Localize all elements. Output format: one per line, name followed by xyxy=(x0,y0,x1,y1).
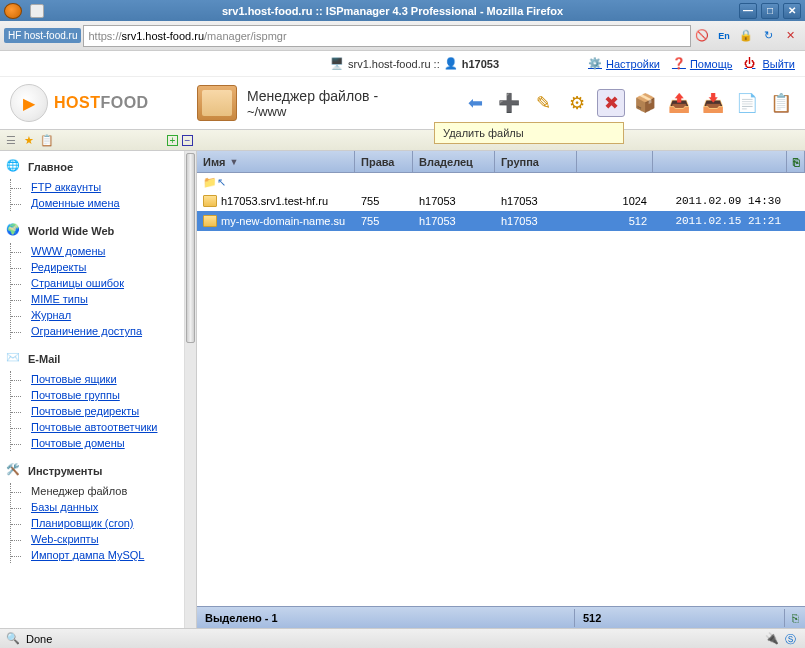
folder-icon xyxy=(203,195,217,207)
sidebar-head-email[interactable]: ✉️E-Mail xyxy=(0,347,184,371)
file-manager-header: Менеджер файлов - ~/www ⬅ ➕ ✎ ⚙ ✖ Удалит… xyxy=(197,85,805,121)
cell-group: h17053 xyxy=(495,213,577,229)
help-icon: ❓ xyxy=(672,57,686,71)
scrollbar-thumb[interactable] xyxy=(186,153,195,343)
column-export[interactable]: ⎘ xyxy=(787,151,805,172)
column-owner[interactable]: Владелец xyxy=(413,151,495,172)
window-close-button[interactable]: ✕ xyxy=(783,3,801,19)
sidebar-item-mysql-import[interactable]: Импорт дампа MySQL xyxy=(19,547,184,563)
cell-name: my-new-domain-name.su xyxy=(197,213,355,229)
sidebar-item-autoresponders[interactable]: Почтовые автоответчики xyxy=(19,419,184,435)
sidebar-item-mailredirects[interactable]: Почтовые редиректы xyxy=(19,403,184,419)
cell-permissions: 755 xyxy=(355,213,413,229)
gear-icon: ⚙️ xyxy=(588,57,602,71)
sidebar-group-email: ✉️E-Mail Почтовые ящики Почтовые группы … xyxy=(0,343,184,455)
cell-permissions: 755 xyxy=(355,193,413,209)
paste-button[interactable]: 📋 xyxy=(767,89,795,117)
sidebar-item-mime[interactable]: MIME типы xyxy=(19,291,184,307)
sidebar-item-access[interactable]: Ограничение доступа xyxy=(19,323,184,339)
window-minimize-button[interactable]: — xyxy=(739,3,757,19)
status-selected: Выделено - 1 xyxy=(197,609,575,627)
cell-edge xyxy=(787,199,805,203)
sidebar-scrollbar[interactable] xyxy=(185,151,197,628)
sidebar-item-cron[interactable]: Планировщик (cron) xyxy=(19,515,184,531)
window-maximize-button[interactable]: □ xyxy=(761,3,779,19)
sidebar-item-mailboxes[interactable]: Почтовые ящики xyxy=(19,371,184,387)
sidebar-head-www[interactable]: 🌍World Wide Web xyxy=(0,219,184,243)
lang-flag-icon[interactable]: En xyxy=(716,28,732,44)
exit-link[interactable]: ⏻Выйти xyxy=(744,57,795,71)
properties-button[interactable]: ⚙ xyxy=(563,89,591,117)
favorite-icon[interactable]: ★ xyxy=(22,133,36,147)
url-input[interactable]: https://srv1.host-food.ru/manager/ispmgr xyxy=(83,25,691,47)
cell-size: 1024 xyxy=(577,193,653,209)
cell-owner: h17053 xyxy=(413,193,495,209)
sidebar: 🌐Главное FTP аккаунты Доменные имена 🌍Wo… xyxy=(0,151,185,628)
sidebar-item-databases[interactable]: Базы данных xyxy=(19,499,184,515)
adblock-icon[interactable]: 🚫 xyxy=(694,28,710,44)
logo[interactable]: HOSTFOOD xyxy=(0,84,197,122)
expand-all-icon[interactable]: + xyxy=(167,135,178,146)
sidebar-group-tools: 🛠️Инструменты Менеджер файлов Базы данны… xyxy=(0,455,184,567)
delete-button[interactable]: ✖ Удалить файлы xyxy=(597,89,625,117)
sidebar-item-mailgroups[interactable]: Почтовые группы xyxy=(19,387,184,403)
back-button[interactable]: ⬅ xyxy=(461,89,489,117)
search-icon[interactable]: 🔍 xyxy=(6,632,20,646)
window-title: srv1.host-food.ru :: ISPmanager 4.3 Prof… xyxy=(48,5,737,17)
sidebar-item-redirects[interactable]: Редиректы xyxy=(19,259,184,275)
collapse-all-icon[interactable]: − xyxy=(182,135,193,146)
column-name[interactable]: Имя▼ xyxy=(197,151,355,172)
cell-edge xyxy=(787,219,805,223)
sidebar-item-filemanager[interactable]: Менеджер файлов xyxy=(19,483,184,499)
sidebar-head-main[interactable]: 🌐Главное xyxy=(0,155,184,179)
sidebar-group-main: 🌐Главное FTP аккаунты Доменные имена xyxy=(0,151,184,215)
sidebar-item-maildomains[interactable]: Почтовые домены xyxy=(19,435,184,451)
sidebar-item-domains[interactable]: Доменные имена xyxy=(19,195,184,211)
sub-toolbar: ☰ ★ 📋 + − xyxy=(0,129,805,151)
sidebar-item-error-pages[interactable]: Страницы ошибок xyxy=(19,275,184,291)
copy-button[interactable]: 📄 xyxy=(733,89,761,117)
upload-button[interactable]: 📤 xyxy=(665,89,693,117)
settings-link[interactable]: ⚙️Настройки xyxy=(588,57,660,71)
status-export-icon[interactable]: ⎘ xyxy=(785,612,805,624)
reload-button[interactable]: ↻ xyxy=(760,28,776,44)
extract-button[interactable]: 📦 xyxy=(631,89,659,117)
site-identity-badge[interactable]: HF host-food.ru xyxy=(4,28,81,43)
status-bar: Выделено - 1 512 ⎘ xyxy=(197,606,805,628)
stop-button[interactable]: ✕ xyxy=(782,28,798,44)
column-permissions[interactable]: Права xyxy=(355,151,413,172)
sidebar-item-ftp[interactable]: FTP аккаунты xyxy=(19,179,184,195)
column-size[interactable] xyxy=(577,151,653,172)
table-row[interactable]: my-new-domain-name.su755h17053h170535122… xyxy=(197,211,805,231)
file-list: Имя▼ Права Владелец Группа ⎘ 📁↖ h17053.s… xyxy=(197,151,805,628)
world-icon: 🌍 xyxy=(6,223,22,239)
script-blocker-icon[interactable]: Ⓢ xyxy=(785,632,799,646)
sidebar-item-www-domains[interactable]: WWW домены xyxy=(19,243,184,259)
sidebar-item-journal[interactable]: Журнал xyxy=(19,307,184,323)
download-button[interactable]: 📥 xyxy=(699,89,727,117)
power-icon: ⏻ xyxy=(744,57,758,71)
sidebar-group-www: 🌍World Wide Web WWW домены Редиректы Стр… xyxy=(0,215,184,343)
sidebar-item-webscripts[interactable]: Web-скрипты xyxy=(19,531,184,547)
up-directory-row[interactable]: 📁↖ xyxy=(197,173,805,191)
mail-icon: ✉️ xyxy=(6,351,22,367)
edit-button[interactable]: ✎ xyxy=(529,89,557,117)
help-link[interactable]: ❓Помощь xyxy=(672,57,733,71)
lock-icon: 🔒 xyxy=(738,28,754,44)
tree-view-icon[interactable]: ☰ xyxy=(4,133,18,147)
browser-status-bar: 🔍 Done 🔌▾ Ⓢ xyxy=(0,628,805,648)
sidebar-head-tools[interactable]: 🛠️Инструменты xyxy=(0,459,184,483)
table-row[interactable]: h17053.srv1.test-hf.ru755h17053h17053102… xyxy=(197,191,805,211)
plugin-icon[interactable]: 🔌▾ xyxy=(765,632,779,646)
cell-size: 512 xyxy=(577,213,653,229)
column-date[interactable] xyxy=(653,151,787,172)
new-button[interactable]: ➕ xyxy=(495,89,523,117)
browser-url-bar: HF host-food.ru https://srv1.host-food.r… xyxy=(0,21,805,51)
clipboard-icon[interactable]: 📋 xyxy=(40,133,54,147)
firefox-icon xyxy=(4,3,22,19)
tools-icon: 🛠️ xyxy=(6,463,22,479)
column-group[interactable]: Группа xyxy=(495,151,577,172)
section-title: Менеджер файлов - xyxy=(247,88,378,104)
window-menu-icon[interactable] xyxy=(30,4,44,18)
drawer-icon xyxy=(197,85,237,121)
